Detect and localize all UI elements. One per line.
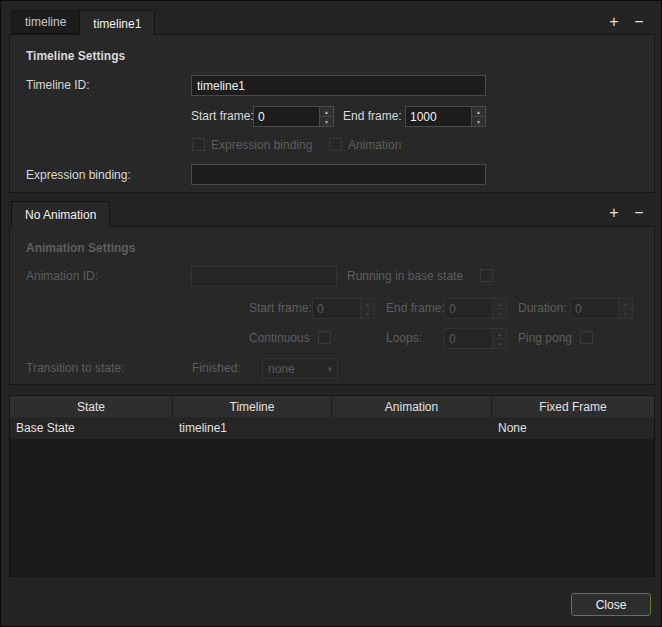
spin-down-icon: ▼: [618, 309, 633, 319]
expression-binding-checkbox: [192, 138, 205, 151]
spin-down-icon: ▼: [360, 309, 375, 319]
column-header-fixed-frame: Fixed Frame: [492, 396, 654, 417]
add-animation-button[interactable]: +: [605, 204, 623, 222]
animation-tabbar: No Animation: [11, 201, 110, 227]
spin-down-icon: ▼: [492, 309, 507, 319]
spin-up-icon: ▲: [618, 298, 633, 309]
end-frame-spinner[interactable]: 1000 ▲ ▼: [405, 106, 486, 127]
end-frame-value[interactable]: 1000: [405, 106, 471, 127]
anim-start-frame-value: 0: [312, 298, 360, 319]
anim-start-frame-label: Start frame:: [249, 301, 312, 315]
end-frame-label: End frame:: [343, 109, 402, 123]
cell-fixed-frame: None: [492, 417, 654, 439]
add-timeline-button[interactable]: +: [605, 13, 623, 31]
tab-timeline[interactable]: timeline: [11, 10, 79, 34]
continuous-checkbox: [318, 331, 331, 344]
close-button[interactable]: Close: [571, 593, 651, 616]
animation-id-label: Animation ID:: [26, 269, 98, 283]
remove-animation-button[interactable]: −: [630, 204, 648, 222]
animation-settings-panel: Animation Settings Animation ID: Running…: [9, 226, 655, 385]
timeline-settings-panel: Timeline Settings Timeline ID: Start fra…: [9, 34, 655, 193]
animation-checkbox-label: Animation: [348, 138, 401, 152]
cell-state: Base State: [10, 417, 173, 439]
finished-label: Finished:: [192, 361, 241, 375]
spin-up-icon: ▲: [492, 328, 507, 339]
chevron-down-icon: ▾: [327, 364, 332, 374]
timeline-tabbar: timeline timeline1: [11, 10, 155, 36]
start-frame-label: Start frame:: [191, 109, 254, 123]
expression-binding-input[interactable]: [191, 164, 486, 185]
spin-down-icon: ▼: [492, 339, 507, 349]
tab-timeline1-label: timeline1: [93, 17, 141, 31]
timeline-id-label: Timeline ID:: [26, 78, 90, 92]
tab-no-animation[interactable]: No Animation: [11, 201, 110, 227]
spin-up-icon[interactable]: ▲: [471, 106, 486, 117]
finished-dropdown: none ▾: [262, 358, 338, 379]
spin-down-icon[interactable]: ▼: [471, 117, 486, 127]
expression-binding-label: Expression binding:: [26, 168, 131, 182]
loops-value: 0: [444, 328, 492, 349]
tab-timeline1[interactable]: timeline1: [79, 10, 155, 36]
duration-arrows: ▲ ▼: [618, 298, 633, 319]
duration-label: Duration:: [518, 301, 567, 315]
duration-spinner: 0 ▲ ▼: [570, 298, 633, 319]
table-row[interactable]: Base State timeline1 None: [10, 417, 654, 439]
start-frame-spinner[interactable]: 0 ▲ ▼: [253, 106, 334, 127]
start-frame-arrows: ▲ ▼: [319, 106, 334, 127]
start-frame-value[interactable]: 0: [253, 106, 319, 127]
loops-arrows: ▲ ▼: [492, 328, 507, 349]
cell-timeline: timeline1: [173, 417, 332, 439]
column-header-timeline: Timeline: [173, 396, 332, 417]
ping-pong-label: Ping pong: [518, 331, 572, 345]
column-header-animation: Animation: [332, 396, 492, 417]
tab-no-animation-label: No Animation: [25, 208, 96, 222]
animation-id-input: [191, 266, 337, 287]
animation-checkbox: [329, 138, 342, 151]
duration-value: 0: [570, 298, 618, 319]
timeline-settings-title: Timeline Settings: [26, 49, 125, 63]
spin-up-icon[interactable]: ▲: [319, 106, 334, 117]
cell-animation: [332, 417, 492, 439]
tab-timeline-label: timeline: [25, 15, 66, 29]
table-header-row: State Timeline Animation Fixed Frame: [10, 396, 654, 417]
anim-end-frame-arrows: ▲ ▼: [492, 298, 507, 319]
loops-label: Loops:: [386, 331, 422, 345]
end-frame-arrows: ▲ ▼: [471, 106, 486, 127]
anim-start-frame-arrows: ▲ ▼: [360, 298, 375, 319]
anim-end-frame-label: End frame:: [386, 301, 445, 315]
anim-start-frame-spinner: 0 ▲ ▼: [312, 298, 375, 319]
spin-up-icon: ▲: [360, 298, 375, 309]
finished-dropdown-value: none: [268, 362, 295, 376]
running-in-base-state-label: Running in base state: [347, 269, 463, 283]
column-header-state: State: [10, 396, 173, 417]
expression-binding-checkbox-label: Expression binding: [211, 138, 312, 152]
continuous-label: Continuous: [249, 331, 310, 345]
timeline-settings-dialog: timeline timeline1 + − Timeline Settings…: [0, 0, 662, 627]
spin-down-icon[interactable]: ▼: [319, 117, 334, 127]
ping-pong-checkbox: [580, 331, 593, 344]
loops-spinner: 0 ▲ ▼: [444, 328, 507, 349]
anim-end-frame-value: 0: [444, 298, 492, 319]
timeline-id-input[interactable]: [191, 75, 486, 96]
animation-settings-title: Animation Settings: [26, 241, 135, 255]
anim-end-frame-spinner: 0 ▲ ▼: [444, 298, 507, 319]
state-table: State Timeline Animation Fixed Frame Bas…: [9, 395, 655, 577]
remove-timeline-button[interactable]: −: [630, 13, 648, 31]
spin-up-icon: ▲: [492, 298, 507, 309]
transition-to-state-label: Transition to state:: [26, 361, 124, 375]
running-in-base-state-checkbox: [480, 269, 493, 282]
